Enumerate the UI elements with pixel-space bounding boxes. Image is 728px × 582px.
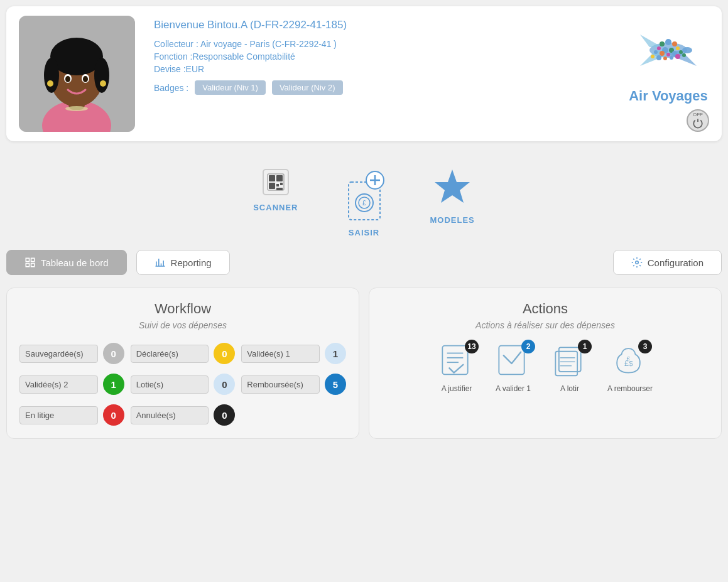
workflow-validee1[interactable]: Validée(s) 1 1 [241, 343, 346, 364]
badge-niv2: Valideur (Niv 2) [272, 80, 343, 95]
tableau-label: Tableau de bord [41, 257, 109, 268]
svg-marker-17 [640, 35, 662, 47]
collecteur-line: Collecteur : Air voyage - Paris (C-FR-22… [154, 39, 709, 49]
validee1-count: 1 [325, 343, 346, 364]
validee1-label: Validée(s) 1 [241, 345, 320, 363]
annulee-count: 0 [214, 404, 235, 426]
action-rembourser[interactable]: £ $ € 3 A rembourser [607, 343, 653, 393]
saisir-label: SAISIR [349, 228, 379, 237]
validee2-label: Validée(s) 2 [19, 375, 98, 394]
svg-point-11 [65, 106, 88, 111]
fonction-line: Fonction :Responsable Comptabilité [154, 51, 709, 62]
svg-rect-67 [499, 346, 524, 375]
rembourser-icon-wrap: £ $ € 3 [611, 343, 649, 380]
validee2-count: 1 [103, 374, 124, 395]
action-justifier[interactable]: 13 A justifier [438, 343, 475, 393]
litige-count: 0 [103, 404, 124, 426]
svg-rect-53 [26, 258, 29, 261]
workflow-empty [241, 404, 346, 426]
justifier-badge: 13 [465, 340, 479, 353]
valider1-badge: 2 [521, 340, 535, 353]
svg-point-9 [65, 76, 70, 82]
rembourser-label: A rembourser [607, 384, 653, 393]
workflow-subtitle: Suivi de vos dépenses [19, 320, 346, 330]
svg-point-10 [83, 76, 88, 82]
svg-point-6 [94, 58, 109, 93]
badges-label: Badges : [154, 83, 188, 93]
reporting-button[interactable]: Reporting [136, 250, 230, 275]
svg-point-5 [44, 58, 59, 93]
litige-label: En litige [19, 406, 98, 424]
workflow-grid: Sauvegardée(s) 0 Déclarée(s) 0 Validée(s… [19, 343, 346, 426]
workflow-declaree[interactable]: Déclarée(s) 0 [131, 343, 236, 364]
svg-point-24 [676, 46, 680, 50]
nav-buttons: Tableau de bord Reporting Configuration [6, 244, 722, 288]
lotir-badge: 1 [578, 340, 592, 353]
reporting-label: Reporting [171, 257, 212, 268]
workflow-panel: Workflow Suivi de vos dépenses Sauvegard… [6, 288, 359, 439]
svg-point-35 [682, 53, 686, 57]
modeles-button[interactable]: MODELES [430, 166, 475, 237]
svg-point-26 [660, 51, 665, 56]
action-lotir[interactable]: 1 A lotir [551, 343, 589, 393]
svg-rect-63 [442, 346, 467, 375]
devise-line: Devise :EUR [154, 64, 709, 74]
svg-rect-40 [276, 175, 283, 181]
valider1-label: A valider 1 [496, 384, 531, 393]
svg-rect-56 [31, 264, 35, 267]
workflow-litige[interactable]: En litige 0 [19, 404, 124, 426]
tableau-de-bord-button[interactable]: Tableau de bord [6, 250, 127, 275]
lotie-label: Lotie(s) [131, 375, 209, 394]
workflow-row-3: En litige 0 Annulée(s) 0 [19, 404, 346, 426]
lotie-count: 0 [214, 374, 235, 395]
svg-point-32 [663, 57, 667, 60]
svg-rect-44 [276, 188, 283, 190]
workflow-row-1: Sauvegardée(s) 0 Déclarée(s) 0 Validée(s… [19, 343, 346, 364]
power-button[interactable]: OFF [687, 109, 709, 132]
svg-text:£: £ [362, 200, 366, 207]
lotir-label: A lotir [560, 384, 579, 393]
workflow-remboursee[interactable]: Remboursée(s) 5 [241, 374, 346, 395]
actions-subtitle: Actions à réaliser sur des dépenses [382, 320, 709, 330]
action-valider1[interactable]: 2 A valider 1 [494, 343, 532, 393]
bottom-section: Workflow Suivi de vos dépenses Sauvegard… [6, 288, 722, 439]
svg-point-19 [665, 39, 671, 45]
welcome-text: Bienvenue Bintou.A (D-FR-2292-41-185) [154, 19, 709, 31]
workflow-lotie[interactable]: Lotie(s) 0 [131, 374, 236, 395]
svg-point-30 [651, 55, 655, 58]
svg-rect-55 [26, 264, 29, 267]
declaree-label: Déclarée(s) [131, 345, 209, 363]
configuration-button[interactable]: Configuration [613, 250, 722, 275]
actions-grid: 13 A justifier 2 A valider 1 [382, 343, 709, 393]
svg-point-31 [656, 55, 661, 60]
user-info: Bienvenue Bintou.A (D-FR-2292-41-185) Co… [154, 16, 709, 95]
rembourser-badge: 3 [638, 340, 652, 353]
svg-point-12 [47, 80, 53, 87]
svg-point-13 [100, 80, 106, 87]
workflow-title: Workflow [19, 301, 346, 317]
avatar [19, 16, 135, 132]
svg-point-20 [672, 41, 677, 46]
annulee-label: Annulée(s) [131, 406, 209, 424]
svg-rect-39 [269, 175, 275, 181]
svg-point-33 [670, 56, 673, 60]
svg-rect-54 [31, 258, 35, 261]
saisir-button[interactable]: £ SAISIR [336, 166, 393, 237]
svg-marker-52 [435, 170, 470, 203]
scanner-button[interactable]: SCANNER [253, 166, 298, 237]
svg-point-27 [666, 53, 670, 57]
svg-point-34 [675, 54, 680, 59]
remboursee-count: 5 [325, 374, 346, 395]
justifier-icon-wrap: 13 [438, 343, 475, 380]
justifier-label: A justifier [442, 384, 472, 393]
badges-row: Badges : Valideur (Niv 1) Valideur (Niv … [154, 80, 709, 95]
workflow-sauvegardee[interactable]: Sauvegardée(s) 0 [19, 343, 124, 364]
configuration-label: Configuration [648, 257, 704, 268]
svg-point-36 [682, 47, 692, 53]
workflow-validee2[interactable]: Validée(s) 2 1 [19, 374, 124, 395]
top-section: Bienvenue Bintou.A (D-FR-2292-41-185) Co… [6, 6, 722, 141]
modeles-label: MODELES [430, 215, 475, 225]
workflow-annulee[interactable]: Annulée(s) 0 [131, 404, 236, 426]
badge-niv1: Valideur (Niv 1) [195, 80, 266, 95]
brand-area: Air Voyages [627, 16, 709, 104]
